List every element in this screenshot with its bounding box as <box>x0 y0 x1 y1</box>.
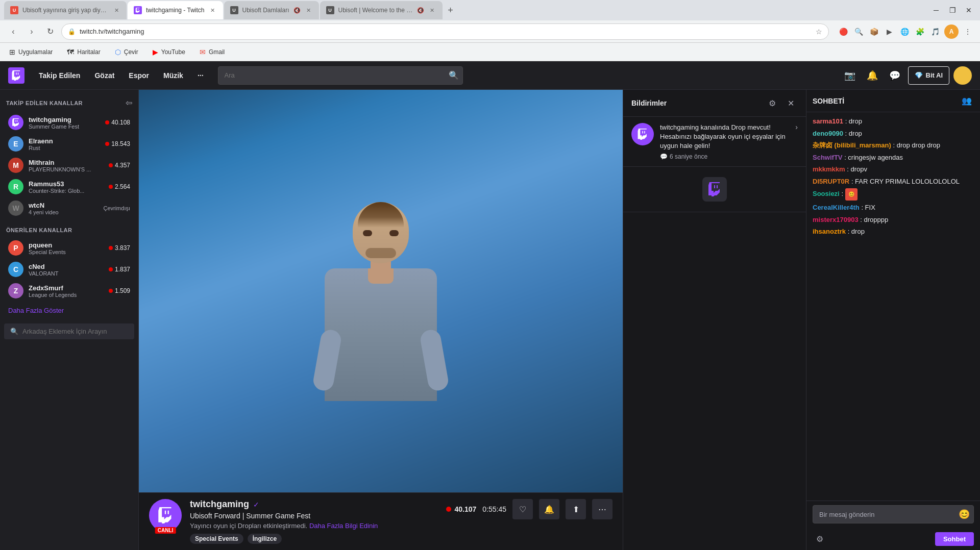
sidebar-item-mithrain[interactable]: M Mithrain PLAYERUNKNOWN'S ... 4.357 <box>2 155 136 176</box>
notifications-button[interactable]: 🔔 <box>863 66 881 85</box>
profile-btn[interactable]: A <box>944 24 959 39</box>
tab-3-close[interactable]: ✕ <box>305 6 313 14</box>
sidebar-item-cned[interactable]: C cNed VALORANT 1.837 <box>2 259 136 280</box>
chat-button[interactable]: 💬 <box>886 66 904 85</box>
tab-2[interactable]: twitchgaming - Twitch ✕ <box>128 1 223 19</box>
tag-special-events[interactable]: Special Events <box>190 534 243 544</box>
sidebar-item-twitchgaming[interactable]: twitchgaming Summer Game Fest 40.108 <box>2 112 136 133</box>
chat-settings-button[interactable]: ⚙ <box>813 532 827 546</box>
bookmark-translate[interactable]: ⬡ Çevir <box>112 46 141 58</box>
notif-close-button[interactable]: ✕ <box>783 96 798 110</box>
username-di5rupt0r[interactable]: DI5RUPT0R <box>813 178 849 185</box>
notif-content: twitchgaming kanalında Drop mevcut! Hesa… <box>660 123 789 160</box>
username-mkkmkkm[interactable]: mkkmkkm <box>813 165 845 173</box>
sidebar-item-wtcn[interactable]: W wtcN 4 yeni video Çevrimdışı <box>2 197 136 219</box>
username-cerealki[interactable]: CerealKiller4th <box>813 204 860 211</box>
heart-button[interactable]: ♡ <box>512 499 533 519</box>
more-options-button[interactable]: ⋯ <box>592 499 612 519</box>
username-schwiftv[interactable]: SchwifTV <box>813 154 843 161</box>
extension-btn-4[interactable]: ▶ <box>883 26 895 38</box>
tab-1-close[interactable]: ✕ <box>112 6 120 14</box>
chat-send-button[interactable]: Sohbet <box>935 532 974 546</box>
extension-btn-1[interactable]: 🔴 <box>837 26 849 38</box>
extension-btn-5[interactable]: 🌐 <box>898 26 911 38</box>
username-soosiezi[interactable]: Soosiezi <box>813 190 840 197</box>
chat-text: : dropppp <box>860 216 888 223</box>
tab-3[interactable]: U Ubisoft Damlaları 🔇 ✕ <box>224 1 319 19</box>
tag-language[interactable]: İngilizce <box>248 534 282 544</box>
star-icon[interactable]: ☆ <box>816 28 822 36</box>
chat-message: misterx170903 : dropppp <box>813 215 974 225</box>
chat-input-placeholder: Bir mesaj gönderin <box>819 511 874 518</box>
extension-btn-3[interactable]: 📦 <box>868 26 880 38</box>
sidebar-item-rammus53[interactable]: R Rammus53 Counter-Strike: Glob... 2.564 <box>2 176 136 197</box>
tab-4[interactable]: U Ubisoft | Welcome to the off... 🔇 ✕ <box>320 1 443 19</box>
nav-item-more[interactable]: ··· <box>191 67 210 84</box>
bookmark-youtube[interactable]: ▶ YouTube <box>150 46 188 58</box>
search-input[interactable] <box>218 66 463 85</box>
notif-more-icon[interactable]: › <box>795 123 798 160</box>
tab-4-mute[interactable]: 🔇 <box>417 7 424 14</box>
menu-button[interactable]: ⋮ <box>962 26 974 38</box>
user-avatar[interactable] <box>953 66 972 85</box>
drops-link[interactable]: Daha Fazla Bilgi Edinin <box>309 522 378 530</box>
sidebar-collapse-icon[interactable]: ⇦ <box>126 98 132 108</box>
chat-text: : drop <box>848 228 865 235</box>
bookmark-gmail[interactable]: ✉ Gmail <box>197 46 228 58</box>
emoji-button[interactable]: 😊 <box>959 509 970 520</box>
nav-item-browse[interactable]: Gözat <box>88 67 120 84</box>
twitch-separator <box>623 167 806 212</box>
forward-button[interactable]: › <box>24 24 39 39</box>
nav-item-followed[interactable]: Takip Edilen <box>33 67 86 84</box>
nav-item-music[interactable]: Müzik <box>157 67 189 84</box>
tab-2-close[interactable]: ✕ <box>209 6 217 14</box>
address-bar[interactable]: 🔒 twitch.tv/twitchgaming ☆ <box>61 23 829 40</box>
reload-button[interactable]: ↻ <box>43 24 57 39</box>
show-more-button[interactable]: Daha Fazla Göster <box>2 304 136 317</box>
back-button[interactable]: ‹ <box>6 24 20 39</box>
notification-panel: Bildirimler ⚙ ✕ twitchgaming kanalında D… <box>623 90 806 550</box>
sidebar-recommended-header: ÖNERİLEN KANALLAR <box>0 219 138 237</box>
close-button[interactable]: ✕ <box>962 3 976 17</box>
bookmark-apps[interactable]: ⊞ Uygulamalar <box>6 46 56 58</box>
username-ihsanoztrk[interactable]: ihsanoztrk <box>813 228 846 235</box>
username-bilibili-marsman[interactable]: 杂牌卤 (bilibili_marsman) <box>813 141 891 149</box>
tab-3-mute[interactable]: 🔇 <box>293 7 301 14</box>
followed-section-title: TAKİP EDİLEN KANALLAR <box>6 100 83 106</box>
extension-btn-7[interactable]: 🎵 <box>929 26 941 38</box>
bit-ai-button[interactable]: 💎 Bit Al <box>908 66 949 85</box>
minimize-button[interactable]: ─ <box>929 3 943 17</box>
username-deno9090[interactable]: deno9090 <box>813 130 843 137</box>
sidebar-item-pqueen[interactable]: P pqueen Special Events 3.837 <box>2 237 136 259</box>
sidebar-search-input[interactable] <box>22 328 128 335</box>
stream-channel-name[interactable]: twitchgaming <box>190 499 249 510</box>
elraenn-game: Rust <box>29 145 100 151</box>
maximize-button[interactable]: ❐ <box>945 3 960 17</box>
sidebar-item-elraenn[interactable]: E Elraenn Rust 18.543 <box>2 133 136 155</box>
camera-button[interactable]: 📷 <box>841 66 859 85</box>
chat-input-display[interactable]: Bir mesaj gönderin <box>813 505 974 523</box>
twitch-logo[interactable] <box>8 67 24 84</box>
notif-settings-button[interactable]: ⚙ <box>765 96 779 110</box>
notification-button[interactable]: 🔔 <box>539 499 559 519</box>
extension-btn-2[interactable]: 🔍 <box>852 26 865 38</box>
bit-ai-label: Bit Al <box>926 71 943 79</box>
video-area[interactable] <box>139 90 623 492</box>
bookmark-maps[interactable]: 🗺 Haritalar <box>64 46 103 58</box>
rammus-info: Rammus53 Counter-Strike: Glob... <box>29 180 104 194</box>
username-misterx[interactable]: misterx170903 <box>813 216 859 223</box>
search-icon[interactable]: 🔍 <box>449 70 459 80</box>
tab-4-close[interactable]: ✕ <box>428 6 436 14</box>
tab-1-title: Ubisoft yayınına giriş yap diyoru... <box>22 7 108 14</box>
sidebar-item-zedxsmurf[interactable]: Z ZedxSmurf League of Legends 1.509 <box>2 280 136 302</box>
username-sarma101[interactable]: sarma101 <box>813 117 843 125</box>
tab-1[interactable]: U Ubisoft yayınına giriş yap diyoru... ✕ <box>4 1 127 19</box>
extension-btn-6[interactable]: 🧩 <box>914 26 926 38</box>
chat-users-button[interactable]: 👥 <box>960 94 974 108</box>
nav-item-esports[interactable]: Espor <box>122 67 155 84</box>
twitchgaming-avatar <box>8 115 23 130</box>
chat-text: : <box>841 190 845 197</box>
emote-icon: 😊 <box>845 188 857 201</box>
new-tab-button[interactable]: + <box>444 3 458 17</box>
share-button[interactable]: ⬆ <box>566 499 586 519</box>
